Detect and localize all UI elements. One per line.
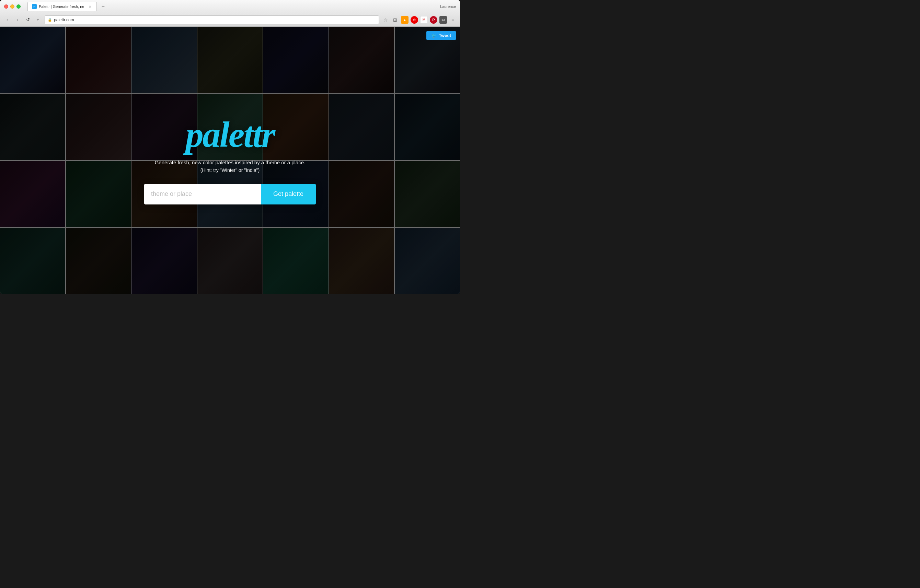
maximize-button[interactable] [16, 5, 21, 8]
title-bar: P Palettr | Generate fresh, ne ✕ + Laure… [0, 0, 460, 13]
tweet-button[interactable]: 🐦 Tweet [426, 31, 456, 40]
search-form: Get palette [144, 184, 316, 204]
tab-close-button[interactable]: ✕ [87, 4, 92, 9]
tab-favicon: P [32, 4, 37, 9]
url-text: palettr.com [54, 18, 74, 22]
main-content: palettr Generate fresh, new color palett… [0, 27, 460, 294]
search-input[interactable] [144, 184, 261, 204]
lock-icon: 🔒 [48, 18, 52, 22]
tab-bar: P Palettr | Generate fresh, ne ✕ + [28, 2, 437, 11]
menu-icon[interactable]: ≡ [449, 16, 457, 24]
pinterest-icon[interactable]: P [430, 16, 437, 24]
tweet-button-label: Tweet [439, 33, 451, 38]
user-label: Laurence [440, 5, 456, 8]
address-bar: ‹ › ↺ ⌂ 🔒 palettr.com ☆ ⊞ ▲ ⊘ M P 13 ≡ [0, 13, 460, 27]
home-button[interactable]: ⌂ [34, 16, 42, 24]
new-tab-button[interactable]: + [98, 2, 108, 11]
gmail-icon[interactable]: M [420, 16, 428, 24]
close-button[interactable] [4, 5, 8, 8]
hint: (Hint: try "Winter" or "India") [201, 167, 259, 173]
counter-icon[interactable]: 13 [439, 16, 447, 24]
notification-icon[interactable]: ▲ [401, 16, 408, 24]
alert-icon[interactable]: ⊘ [411, 16, 418, 24]
layers-icon[interactable]: ⊞ [391, 16, 399, 24]
bookmark-icon[interactable]: ☆ [382, 16, 389, 24]
address-bar-input[interactable]: 🔒 palettr.com [45, 15, 379, 24]
browser-content: 🐦 Tweet palettr Generate fresh, new colo… [0, 27, 460, 294]
back-button[interactable]: ‹ [3, 16, 11, 24]
toolbar-icons: ☆ ⊞ ▲ ⊘ M P 13 ≡ [382, 16, 457, 24]
tab-title: Palettr | Generate fresh, ne [39, 5, 84, 8]
browser-window: P Palettr | Generate fresh, ne ✕ + Laure… [0, 0, 460, 294]
tagline: Generate fresh, new color palettes inspi… [155, 160, 306, 165]
minimize-button[interactable] [10, 5, 15, 8]
refresh-button[interactable]: ↺ [24, 16, 32, 24]
twitter-bird-icon: 🐦 [431, 33, 437, 38]
logo: palettr [186, 116, 275, 153]
traffic-lights [4, 5, 21, 8]
get-palette-button[interactable]: Get palette [261, 184, 316, 204]
active-tab[interactable]: P Palettr | Generate fresh, ne ✕ [28, 2, 97, 11]
forward-button[interactable]: › [14, 16, 21, 24]
